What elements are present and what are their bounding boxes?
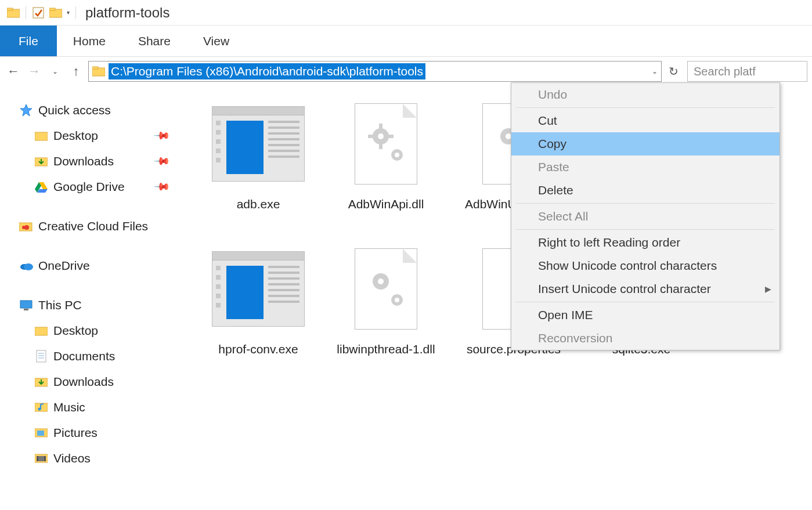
sidebar-downloads[interactable]: Downloads 📌 xyxy=(34,149,180,174)
menu-divider xyxy=(516,107,775,108)
menu-select-all[interactable]: Select All xyxy=(511,205,779,228)
menu-rtl-reading[interactable]: Right to left Reading order xyxy=(511,231,779,254)
address-bar[interactable]: C:\Program Files (x86)\Android\android-s… xyxy=(88,61,662,82)
videos-icon xyxy=(34,451,49,466)
sidebar-desktop[interactable]: Desktop 📌 xyxy=(34,123,180,149)
menu-copy[interactable]: Copy xyxy=(511,132,779,155)
sidebar-item-label: Music xyxy=(53,400,85,414)
svg-point-45 xyxy=(378,278,384,284)
folder-icon-2[interactable] xyxy=(49,7,62,19)
svg-rect-8 xyxy=(35,132,48,140)
exe-icon xyxy=(209,243,308,335)
sidebar-quick-access[interactable]: Quick access xyxy=(19,97,180,123)
file-name: hprof-conv.exe xyxy=(218,341,298,357)
sidebar-this-pc[interactable]: This PC xyxy=(19,292,180,318)
sidebar-item-label: Desktop xyxy=(53,324,98,338)
svg-rect-32 xyxy=(37,456,38,461)
menu-show-unicode[interactable]: Show Unicode control characters xyxy=(511,254,779,277)
tab-home[interactable]: Home xyxy=(57,26,122,56)
file-name: adb.exe xyxy=(237,196,280,212)
history-dropdown-icon[interactable]: ⌄ xyxy=(46,63,64,80)
title-bar: ▾ platform-tools xyxy=(0,0,812,26)
sidebar-item-label: This PC xyxy=(38,298,82,312)
music-icon xyxy=(34,400,49,415)
this-pc-icon xyxy=(19,298,34,313)
menu-open-ime[interactable]: Open IME xyxy=(511,303,779,327)
sidebar-item-label: Desktop xyxy=(53,129,98,143)
svg-marker-7 xyxy=(20,104,32,116)
menu-insert-unicode[interactable]: Insert Unicode control character ▶ xyxy=(511,277,779,301)
sidebar-item-label: Pictures xyxy=(53,426,98,440)
sidebar-pc-music[interactable]: Music xyxy=(34,395,180,420)
dll-icon xyxy=(337,243,435,335)
svg-rect-38 xyxy=(368,135,374,138)
sidebar-onedrive[interactable]: OneDrive xyxy=(19,253,180,278)
back-button[interactable]: ← xyxy=(5,63,22,80)
svg-point-41 xyxy=(395,153,399,157)
svg-rect-20 xyxy=(35,327,48,335)
sidebar-item-label: Google Drive xyxy=(53,180,125,194)
svg-rect-18 xyxy=(20,301,32,308)
sidebar-pc-pictures[interactable]: Pictures xyxy=(34,420,180,446)
properties-icon[interactable] xyxy=(32,6,45,19)
svg-rect-37 xyxy=(379,143,382,149)
creative-cloud-icon xyxy=(19,219,34,234)
folder-icon xyxy=(34,374,49,389)
file-item[interactable]: libwinpthread-1.dll xyxy=(325,243,447,388)
sidebar-item-label: Creative Cloud Files xyxy=(38,219,148,233)
sidebar-pc-videos[interactable]: Videos xyxy=(34,446,180,471)
svg-point-15 xyxy=(24,225,29,230)
exe-icon xyxy=(209,97,308,190)
sidebar-item-label: Quick access xyxy=(38,103,111,117)
window-title: platform-tools xyxy=(85,5,169,21)
menu-paste[interactable]: Paste xyxy=(511,155,779,179)
sidebar-pc-desktop[interactable]: Desktop xyxy=(34,318,180,343)
tab-file[interactable]: File xyxy=(0,26,57,56)
menu-item-label: Insert Unicode control character xyxy=(538,282,711,295)
menu-reconversion[interactable]: Reconversion xyxy=(511,327,779,350)
address-folder-icon xyxy=(92,66,105,77)
svg-rect-29 xyxy=(37,431,44,436)
menu-delete[interactable]: Delete xyxy=(511,179,779,202)
svg-rect-2 xyxy=(33,8,44,18)
navigation-row: ← → ⌄ ↑ C:\Program Files (x86)\Android\a… xyxy=(0,57,812,86)
svg-rect-4 xyxy=(49,8,55,10)
address-path[interactable]: C:\Program Files (x86)\Android\android-s… xyxy=(109,63,425,79)
forward-button[interactable]: → xyxy=(26,63,43,80)
menu-divider xyxy=(516,229,775,230)
sidebar-pc-downloads[interactable]: Downloads xyxy=(34,369,180,395)
svg-rect-6 xyxy=(92,67,98,69)
up-button[interactable]: ↑ xyxy=(67,63,85,80)
sidebar-creative-cloud[interactable]: Creative Cloud Files xyxy=(19,214,180,239)
file-name: AdbWinApi.dll xyxy=(348,196,424,212)
svg-rect-36 xyxy=(379,124,382,129)
pin-icon: 📌 xyxy=(153,126,171,144)
dll-icon xyxy=(337,97,435,190)
submenu-arrow-icon: ▶ xyxy=(765,284,771,294)
navigation-pane: Quick access Desktop 📌 Downloads 📌 Googl… xyxy=(0,86,186,510)
file-item[interactable]: hprof-conv.exe xyxy=(197,243,319,388)
tab-view[interactable]: View xyxy=(187,26,246,56)
pictures-icon xyxy=(34,425,49,440)
file-item[interactable]: adb.exe xyxy=(197,97,319,243)
svg-rect-19 xyxy=(24,309,28,310)
sidebar-item-label: Videos xyxy=(53,451,91,465)
refresh-button[interactable]: ↻ xyxy=(665,61,681,82)
menu-undo[interactable]: Undo xyxy=(511,83,779,106)
sidebar-pc-documents[interactable]: Documents xyxy=(34,343,180,369)
svg-rect-1 xyxy=(7,8,13,10)
menu-cut[interactable]: Cut xyxy=(511,109,779,132)
qat-dropdown-icon[interactable]: ▾ xyxy=(67,9,70,16)
tab-share[interactable]: Share xyxy=(122,26,187,56)
file-name: libwinpthread-1.dll xyxy=(337,341,435,357)
ribbon-tabs: File Home Share View xyxy=(0,26,812,57)
search-input[interactable]: Search platf xyxy=(687,61,807,82)
sidebar-item-label: Downloads xyxy=(53,154,114,168)
folder-icon xyxy=(7,7,20,19)
google-drive-icon xyxy=(34,179,49,194)
pin-icon: 📌 xyxy=(153,152,171,170)
sidebar-google-drive[interactable]: Google Drive 📌 xyxy=(34,174,180,200)
file-item[interactable]: AdbWinApi.dll xyxy=(325,97,447,243)
star-icon xyxy=(19,103,34,118)
address-dropdown-icon[interactable]: ⌄ xyxy=(652,67,658,75)
